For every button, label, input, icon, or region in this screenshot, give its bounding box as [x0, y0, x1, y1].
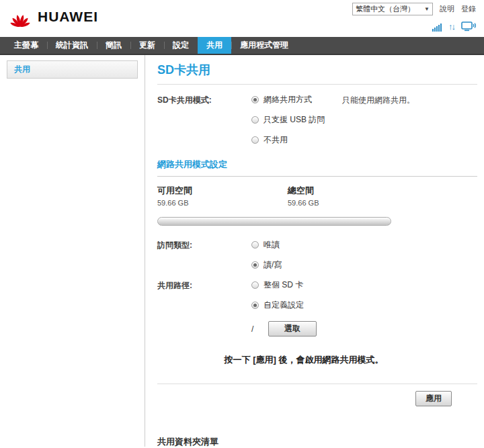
nav-item-statistics[interactable]: 統計資訊	[47, 37, 97, 54]
radio-label: 讀/寫	[264, 259, 282, 271]
login-link[interactable]: 登錄	[461, 4, 476, 14]
logo-text: HUAWEI	[38, 9, 98, 25]
radio-icon	[251, 116, 259, 124]
storage-usage-bar	[157, 217, 391, 226]
radio-icon	[251, 261, 259, 269]
radio-read-only[interactable]: 唯讀	[251, 239, 344, 251]
apply-note: 按一下 [應用] 後，會啟用網路共用模式。	[130, 354, 477, 366]
language-select[interactable]: 繁體中文（台灣） ▼	[352, 3, 433, 15]
network-share-heading: 網路共用模式設定	[157, 159, 477, 171]
huawei-logo: HUAWEI	[7, 5, 98, 28]
nav-item-share[interactable]: 共用	[198, 37, 231, 54]
radio-icon	[251, 96, 259, 103]
total-space-label: 總空間	[288, 185, 418, 197]
share-mode-note: 只能使用網路共用。	[342, 94, 415, 154]
sidebar: 共用	[0, 55, 145, 447]
radio-icon	[251, 281, 259, 289]
main-navbar: 主螢幕 統計資訊 簡訊 更新 設定 共用 應用程式管理	[0, 37, 484, 55]
page-title: SD卡共用	[157, 62, 477, 85]
share-path-label: 共用路徑:	[157, 279, 251, 320]
language-select-value: 繁體中文（台灣）	[356, 4, 415, 14]
up-down-arrows-icon: ↑↓	[448, 21, 454, 32]
chevron-down-icon: ▼	[424, 6, 430, 12]
apply-button[interactable]: 應用	[415, 391, 452, 406]
radio-icon	[251, 302, 259, 309]
browse-button[interactable]: 選取	[268, 321, 317, 337]
radio-label: 整個 SD 卡	[264, 279, 303, 291]
radio-entire-sd[interactable]: 整個 SD 卡	[251, 279, 344, 291]
help-link[interactable]: 說明	[440, 4, 454, 14]
radio-label: 唯讀	[264, 239, 280, 251]
radio-label: 只支援 USB 訪問	[264, 114, 325, 126]
signal-bars-icon	[432, 24, 442, 32]
nav-item-update[interactable]: 更新	[130, 37, 164, 54]
main-panel: SD卡共用 SD卡共用模式: 網絡共用方式 只支援 USB 訪問 不共	[145, 55, 484, 447]
radio-custom-path[interactable]: 自定義設定	[251, 300, 344, 311]
radio-network-share[interactable]: 網絡共用方式	[251, 94, 342, 105]
nav-item-sms[interactable]: 簡訊	[97, 37, 130, 54]
radio-label: 不共用	[264, 134, 288, 146]
radio-usb-only[interactable]: 只支援 USB 訪問	[251, 114, 342, 126]
total-space-value: 59.66 GB	[288, 199, 418, 207]
radio-read-write[interactable]: 讀/寫	[251, 259, 344, 271]
available-space-value: 59.66 GB	[157, 199, 288, 207]
custom-path-value: /	[157, 324, 268, 334]
huawei-flower-icon	[7, 5, 34, 28]
radio-icon	[251, 136, 259, 144]
radio-no-share[interactable]: 不共用	[251, 134, 342, 146]
access-type-label: 訪問類型:	[157, 239, 251, 279]
nav-item-app-management[interactable]: 應用程式管理	[231, 37, 297, 54]
share-mode-label: SD卡共用模式:	[157, 94, 251, 154]
radio-icon	[251, 241, 259, 249]
nav-item-home[interactable]: 主螢幕	[5, 37, 47, 54]
monitor-wifi-icon	[461, 21, 476, 32]
available-space-label: 可用空間	[157, 185, 288, 197]
radio-label: 網絡共用方式	[264, 94, 312, 105]
sidebar-item-share[interactable]: 共用	[7, 60, 138, 79]
folder-list-heading: 共用資料夾清單	[157, 436, 477, 448]
top-header: HUAWEI 繁體中文（台灣） ▼ 說明 登錄 ↑↓	[0, 0, 484, 37]
nav-item-settings[interactable]: 設定	[164, 37, 198, 54]
radio-label: 自定義設定	[264, 300, 304, 311]
